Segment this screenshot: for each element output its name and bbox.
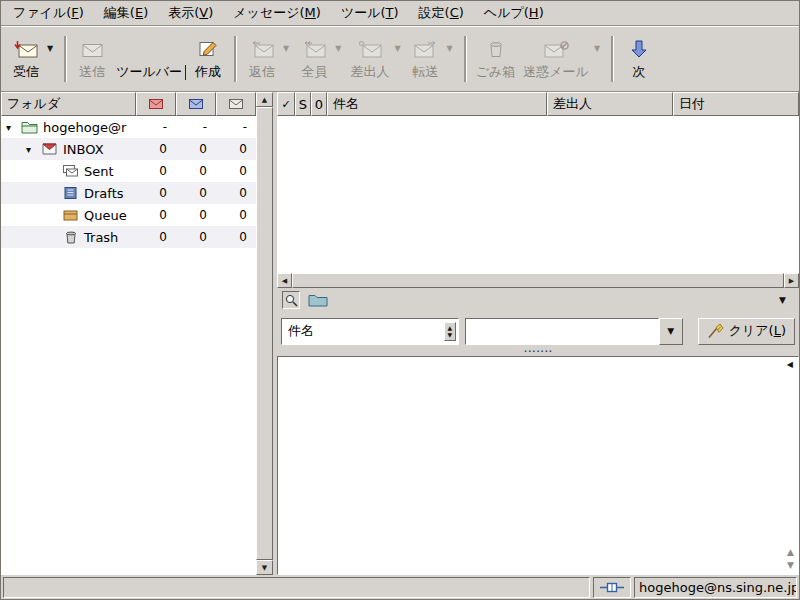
search-button[interactable] [282, 291, 300, 309]
from-column-header[interactable]: 差出人 [547, 92, 673, 116]
message-pane: ✓ S 0 件名 差出人 日付 ◀ ▶ [277, 92, 799, 575]
junk-dropdown-arrow-icon[interactable]: ▼ [594, 44, 600, 53]
spin-up-icon: ▲ [448, 325, 453, 331]
menu-tools[interactable]: ツール(T) [331, 1, 409, 25]
menu-message[interactable]: メッセージ(M) [223, 1, 331, 25]
menu-file[interactable]: ファイル(F) [3, 1, 94, 25]
search-input[interactable] [465, 318, 659, 345]
unread-count-column-header[interactable] [176, 92, 216, 116]
unread-count: 0 [176, 230, 216, 244]
scroll-down-icon[interactable]: ▼ [787, 561, 794, 570]
scroll-up-icon[interactable]: ▲ [256, 92, 273, 107]
folder-column-header[interactable]: フォルダ [1, 92, 136, 116]
unread-mail-icon [189, 99, 203, 109]
folder-row-drafts[interactable]: Drafts 0 0 0 [1, 182, 256, 204]
next-arrow-icon [631, 38, 647, 58]
receive-label: 受信 [13, 63, 39, 81]
compose-label: 作成 [195, 63, 221, 81]
menu-configuration[interactable]: 設定(C) [409, 1, 474, 25]
reply-icon [250, 38, 274, 58]
reply-dropdown-arrow-icon[interactable]: ▼ [283, 44, 289, 53]
scrollbar-thumb[interactable] [292, 273, 784, 288]
toolbar: 受信 ▼ 送信 ツールバー 作成 [1, 26, 799, 92]
receive-button[interactable]: 受信 ▼ [6, 30, 58, 88]
subject-column-header[interactable]: 件名 [327, 92, 547, 116]
combo-spinner[interactable]: ▲ ▼ [444, 322, 457, 341]
folder-label: Sent [84, 164, 114, 179]
forward-label: 転送 [413, 63, 439, 81]
expander-icon[interactable]: ▾ [26, 144, 41, 155]
folder-pane-scrollbar[interactable]: ▲ ▼ [256, 92, 273, 575]
message-list-hscrollbar[interactable]: ◀ ▶ [277, 273, 799, 288]
expander-icon[interactable]: ▾ [6, 122, 21, 133]
toolbar-separator [64, 36, 66, 82]
reply-all-icon [302, 38, 326, 58]
forward-icon [414, 38, 438, 58]
compose-icon [198, 38, 218, 58]
menu-help[interactable]: ヘルプ(H) [474, 1, 554, 25]
next-button[interactable]: 次 [619, 30, 659, 88]
forward-dropdown-arrow-icon[interactable]: ▼ [447, 44, 453, 53]
search-history-dropdown-button[interactable]: ▼ [659, 318, 683, 345]
folder-label: Trash [84, 230, 118, 245]
toolbar-separator [234, 36, 236, 82]
menu-view[interactable]: 表示(V) [158, 1, 223, 25]
account-indicator: hogehoge@ns.sing.ne.jp [634, 577, 797, 598]
send-button[interactable]: 送信 [72, 30, 112, 88]
total-count-column-header[interactable] [216, 92, 256, 116]
scroll-down-icon[interactable]: ▼ [256, 560, 273, 575]
total-count: 0 [216, 230, 256, 244]
queue-folder-icon [62, 208, 79, 222]
unread-count: 0 [176, 164, 216, 178]
search-folder-button[interactable] [308, 293, 328, 307]
toolbar-separator [464, 36, 466, 82]
toolbar-text-divider [185, 65, 186, 80]
junk-mail-label: 迷惑メール [523, 63, 589, 81]
mark-column-header[interactable]: ✓ [277, 92, 295, 116]
new-count-column-header[interactable] [136, 92, 176, 116]
new-count: - [136, 120, 176, 134]
folder-tree: ▾ hogehoge@r - - - ▾ [1, 116, 256, 575]
folder-row-account[interactable]: ▾ hogehoge@r - - - [1, 116, 256, 138]
new-count: 0 [136, 208, 176, 222]
trash-button[interactable]: ごみ箱 [472, 30, 520, 88]
message-view: ◀ ▲ ▼ [277, 356, 799, 575]
search-field-selector[interactable]: 件名 ▲ ▼ [281, 318, 459, 345]
menu-edit[interactable]: 編集(E) [94, 1, 158, 25]
reply-all-dropdown-arrow-icon[interactable]: ▼ [335, 44, 341, 53]
reply-button[interactable]: 返信 ▼ [242, 30, 294, 88]
reply-sender-label: 差出人 [350, 63, 389, 81]
scrollbar-thumb[interactable] [256, 107, 273, 560]
total-count: 0 [216, 208, 256, 222]
receive-dropdown-arrow-icon[interactable]: ▼ [47, 44, 53, 53]
clear-button[interactable]: クリア(L) [698, 318, 795, 345]
quick-search-toggle-row: ▼ [277, 288, 799, 312]
folder-icon [308, 293, 328, 307]
attachment-column-header[interactable]: 0 [311, 92, 327, 116]
junk-mail-button[interactable]: 迷惑メール ▼ [519, 30, 605, 88]
date-column-header[interactable]: 日付 [673, 92, 799, 116]
broom-icon [707, 323, 724, 339]
scroll-up-icon[interactable]: ▲ [787, 548, 794, 557]
folder-row-trash[interactable]: Trash 0 0 0 [1, 226, 256, 248]
folder-row-queue[interactable]: Queue 0 0 0 [1, 204, 256, 226]
connection-indicator[interactable] [593, 577, 631, 598]
folder-row-sent[interactable]: Sent 0 0 0 [1, 160, 256, 182]
forward-button[interactable]: 転送 ▼ [406, 30, 458, 88]
reply-sender-button[interactable]: 差出人 ▼ [346, 30, 405, 88]
chevron-down-icon[interactable]: ▼ [779, 295, 794, 305]
reply-all-button[interactable]: 全員 ▼ [294, 30, 346, 88]
status-column-header[interactable]: S [295, 92, 311, 116]
reply-label: 返信 [249, 63, 275, 81]
scroll-right-icon[interactable]: ▶ [784, 273, 799, 288]
mime-toggle-icon[interactable]: ◀ [787, 360, 793, 369]
scroll-left-icon[interactable]: ◀ [277, 273, 292, 288]
folder-row-inbox[interactable]: ▾ INBOX 0 0 0 [1, 138, 256, 160]
total-count: 0 [216, 142, 256, 156]
reply-sender-dropdown-arrow-icon[interactable]: ▼ [394, 44, 400, 53]
mail-receive-icon [14, 38, 38, 58]
trash-icon [487, 38, 505, 58]
inbox-icon [41, 142, 58, 156]
message-view-scrollbar[interactable]: ▲ ▼ [787, 548, 794, 570]
compose-button[interactable]: 作成 [188, 30, 228, 88]
